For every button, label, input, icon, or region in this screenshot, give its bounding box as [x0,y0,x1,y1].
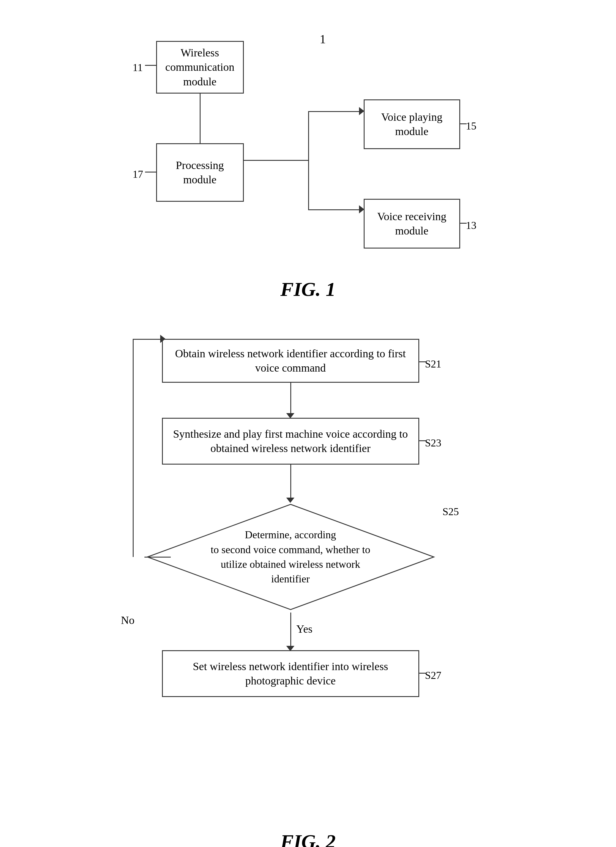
ref-11: 11 [133,61,143,74]
no-h-line [144,557,171,558]
voice-playing-label: Voice playingmodule [381,110,442,139]
s27-box: Set wireless network identifier into wir… [162,650,419,697]
s21-to-s23-line [290,383,291,415]
s21-label: Obtain wireless network identifier accor… [175,347,406,375]
processing-module-box: Processingmodule [156,143,244,202]
s23-label: Synthesize and play first machine voice … [173,427,408,456]
ref-15: 15 [466,120,476,132]
fig1-diagram: 1 Wirelesscommunicationmodule 11 Process… [103,29,513,269]
proc-to-vr-h [308,210,361,210]
fig1-label: FIG. 1 [280,278,336,301]
ref17-line [145,172,156,173]
wireless-module-label: Wirelesscommunicationmodule [165,46,234,89]
yes-v-line [290,612,291,648]
s27-label: Set wireless network identifier into wir… [193,659,388,688]
s23-to-s25-line [290,465,291,500]
s23-box: Synthesize and play first machine voice … [162,418,419,465]
voice-receiving-box: Voice receivingmodule [364,199,460,248]
no-v-line [133,339,134,557]
ref-s27: S27 [425,669,441,682]
ref-17: 17 [133,168,143,180]
yes-label: Yes [296,623,312,635]
processing-module-label: Processingmodule [176,158,224,187]
voice-receiving-label: Voice receivingmodule [377,210,447,238]
ref13-line [460,223,467,224]
ref-s27-line [419,673,426,674]
fig2-container: Obtain wireless network identifier accor… [24,330,592,847]
proc-to-vr-v [308,160,309,210]
no-arrow [160,335,165,343]
ref-s21: S21 [425,358,441,370]
ref11-line [145,65,156,66]
ref-1: 1 [320,32,326,46]
s25-diamond: Determine, accordingto second voice comm… [144,502,437,612]
ref-s23: S23 [425,437,441,449]
fig2-diagram: Obtain wireless network identifier accor… [103,330,513,821]
page: 1 Wirelesscommunicationmodule 11 Process… [0,0,616,847]
wireless-module-box: Wirelesscommunicationmodule [156,41,244,94]
ref-s21-line [419,362,426,362]
proc-to-vp-h2 [308,111,361,112]
proc-to-vp-h [244,160,308,161]
ref-s25: S25 [443,506,459,518]
s25-label: Determine, accordingto second voice comm… [193,522,388,592]
ref-s23-line [419,440,426,441]
ref-13: 13 [466,219,476,232]
no-label: No [121,614,134,627]
fig1-container: 1 Wirelesscommunicationmodule 11 Process… [24,29,592,301]
proc-to-vp-v [308,111,309,160]
fig2-label: FIG. 2 [280,830,336,847]
s21-box: Obtain wireless network identifier accor… [162,339,419,383]
no-return-h [133,339,162,340]
voice-playing-box: Voice playingmodule [364,99,460,149]
wire-to-proc-line [200,94,200,146]
ref15-line [460,123,467,124]
